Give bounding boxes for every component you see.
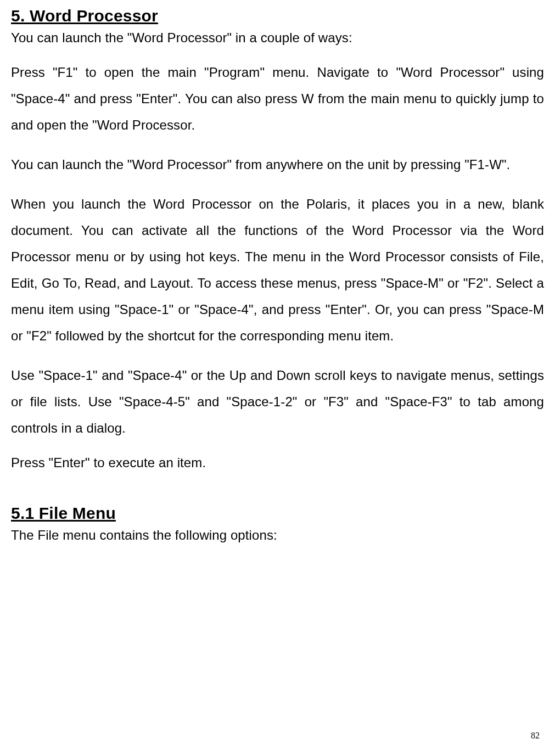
body-paragraph: The File menu contains the following opt… bbox=[11, 527, 544, 544]
body-paragraph: Use "Space-1" and "Space-4" or the Up an… bbox=[11, 362, 544, 441]
body-paragraph: When you launch the Word Processor on th… bbox=[11, 191, 544, 349]
body-paragraph: You can launch the "Word Processor" from… bbox=[11, 152, 544, 178]
subsection-heading: 5.1 File Menu bbox=[11, 504, 544, 523]
body-paragraph: Press "Enter" to execute an item. bbox=[11, 455, 544, 471]
section-heading: 5. Word Processor bbox=[11, 7, 544, 25]
page-number: 82 bbox=[531, 731, 540, 741]
body-paragraph: Press "F1" to open the main "Program" me… bbox=[11, 59, 544, 138]
body-paragraph: You can launch the "Word Processor" in a… bbox=[11, 30, 544, 46]
